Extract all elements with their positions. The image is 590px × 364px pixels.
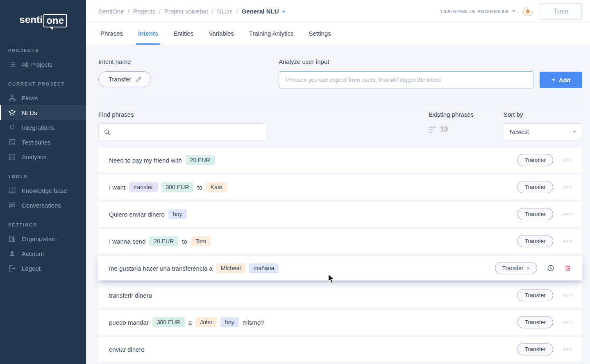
- search-input[interactable]: [114, 129, 261, 135]
- sidebar-item-all-projects[interactable]: All Projects: [0, 57, 86, 72]
- more-options-icon[interactable]: [563, 159, 572, 161]
- breadcrumb-separator: /: [159, 8, 161, 15]
- entity-tag-amount[interactable]: 20 EUR: [149, 236, 178, 246]
- analyze-user-input[interactable]: [279, 71, 533, 88]
- more-options-icon[interactable]: [563, 186, 572, 188]
- sidebar-item-integrations[interactable]: Integrations: [0, 120, 86, 135]
- graduation-cap-icon: [8, 109, 16, 117]
- tab-intents[interactable]: Intents: [136, 30, 160, 45]
- flows-icon: [8, 94, 16, 102]
- intent-chip-label: Transfer: [524, 292, 546, 298]
- sort-dropdown-value: Newest: [510, 129, 529, 135]
- intent-name-label: Intent name: [98, 58, 279, 65]
- phrase-row[interactable]: Need to pay my friend with20 EURTransfer: [98, 148, 582, 172]
- intent-chip[interactable]: Transfer: [517, 289, 553, 301]
- sidebar-item-analytics[interactable]: Analytics: [0, 149, 86, 164]
- intent-chip[interactable]: Transfer: [517, 208, 553, 220]
- entity-tag-date[interactable]: hoy: [168, 209, 187, 219]
- tab-phrases[interactable]: Phrases: [98, 30, 125, 45]
- entity-tag-amount[interactable]: 300 EUR: [152, 317, 185, 327]
- sidebar-item-label: Organization: [22, 235, 57, 242]
- sidebar-section: TOOLSKnowledge baseConversations: [0, 168, 86, 213]
- entity-tag-date[interactable]: mañana: [249, 263, 279, 273]
- sidebar-item-organization[interactable]: Organization: [0, 231, 86, 246]
- phrase-row[interactable]: me gustaria hacer una transferencia aMIc…: [98, 256, 582, 280]
- phrase-row-actions: Transfer: [517, 154, 572, 166]
- tabs-bar: PhrasesIntentsEntitiesVariablesTraining …: [86, 23, 590, 45]
- phrase-row[interactable]: Quiero enviar dinerohoyTransfer: [98, 202, 582, 226]
- intent-chip[interactable]: Transfer×: [495, 262, 537, 274]
- intent-chip[interactable]: Transfer: [517, 154, 553, 166]
- phrase-row[interactable]: enviar dineroTransfer: [98, 337, 582, 362]
- existing-phrases-count-row: 13: [429, 125, 490, 133]
- phrase-row[interactable]: transferir dineroTransfer: [98, 283, 582, 307]
- remove-intent-icon[interactable]: ×: [526, 265, 530, 271]
- edit-pencil-icon[interactable]: [135, 76, 142, 83]
- tab-settings[interactable]: Settings: [306, 30, 333, 45]
- intent-chip[interactable]: Transfer: [517, 235, 553, 247]
- sidebar-item-test-suites[interactable]: Test suites: [0, 135, 86, 149]
- entity-tag-person[interactable]: Tom: [191, 236, 211, 246]
- logo-text-senti: senti: [19, 14, 43, 25]
- sidebar-item-account[interactable]: Account: [0, 246, 86, 261]
- train-button[interactable]: Train: [540, 3, 582, 20]
- phrase-text: I wanna send20 EURtoTom: [109, 236, 211, 246]
- sidebar-item-logout[interactable]: Logout: [0, 261, 86, 276]
- sidebar-item-conversations[interactable]: Conversations: [0, 198, 86, 213]
- entity-tag-amount[interactable]: 300 EUR: [161, 182, 194, 192]
- more-options-icon[interactable]: [563, 240, 572, 242]
- tab-entities[interactable]: Entities: [171, 30, 195, 45]
- entity-tag-keyword[interactable]: transfer: [129, 182, 157, 192]
- intent-chip[interactable]: Transfer: [517, 181, 553, 193]
- phrase-segment: a: [188, 319, 192, 326]
- sidebar-section-title: PROJECTS: [0, 42, 86, 57]
- logo-speech-tail: [49, 27, 53, 30]
- intent-chip[interactable]: Transfer: [517, 343, 553, 355]
- breadcrumb-item[interactable]: General NLU: [242, 8, 285, 15]
- breadcrumb-separator: /: [128, 8, 129, 15]
- history-clock-icon[interactable]: [547, 265, 554, 272]
- entity-tag-person[interactable]: Kate: [206, 182, 227, 192]
- analyze-block: Analyze user input + Add: [279, 58, 582, 88]
- analyze-label: Analyze user input: [279, 58, 582, 65]
- phrase-text: Need to pay my friend with20 EUR: [109, 155, 215, 165]
- content: Intent name Transfer Analyze user input …: [86, 45, 590, 364]
- topbar-right: TRAINING IN PROGRESS Train: [440, 3, 582, 20]
- add-button-label: Add: [558, 77, 570, 84]
- sidebar-item-knowledge-base[interactable]: Knowledge base: [0, 183, 86, 198]
- sidebar-item-nlus[interactable]: NLUs: [0, 105, 86, 120]
- training-status[interactable]: TRAINING IN PROGRESS: [440, 9, 515, 14]
- tab-training-anlytics[interactable]: Training Anlytics: [247, 30, 296, 45]
- building-icon: [8, 235, 16, 243]
- entity-tag-person[interactable]: John: [195, 317, 217, 327]
- main-area: SentiOne/Projects/Project voicebot/NLUs/…: [86, 0, 590, 364]
- sidebar-item-flows[interactable]: Flows: [0, 90, 86, 105]
- more-options-icon[interactable]: [563, 213, 572, 215]
- phrase-row-actions: Transfer: [517, 208, 572, 220]
- phrase-row-actions: Transfer: [517, 316, 572, 328]
- more-options-icon[interactable]: [563, 294, 572, 296]
- phrase-row[interactable]: I wanna send20 EURtoTomTransfer: [98, 229, 582, 253]
- phrase-row-actions: Transfer: [517, 343, 572, 355]
- phrase-row[interactable]: puedo mandar300 EURaJohnhoymismo?Transfe…: [98, 310, 582, 335]
- entity-tag-amount[interactable]: 20 EUR: [186, 155, 215, 165]
- intent-name-pill[interactable]: Transfer: [98, 71, 151, 87]
- sort-dropdown[interactable]: Newest: [504, 123, 582, 140]
- sidebar-item-label: Analytics: [22, 154, 46, 161]
- entity-tag-person[interactable]: MIcheal: [216, 263, 245, 273]
- sidebar-section: SETTINGSOrganizationAccountLogout: [0, 217, 86, 276]
- breadcrumb-item[interactable]: SentiOne: [98, 8, 124, 15]
- delete-trash-icon[interactable]: [564, 265, 572, 272]
- more-options-icon[interactable]: [563, 348, 572, 350]
- breadcrumb-item[interactable]: NLUs: [217, 8, 233, 15]
- more-options-icon[interactable]: [563, 321, 572, 323]
- book-icon: [8, 187, 16, 194]
- entity-tag-date[interactable]: hoy: [220, 317, 239, 327]
- breadcrumb-item[interactable]: Project voicebot: [164, 8, 208, 15]
- add-button[interactable]: + Add: [540, 72, 582, 88]
- intent-chip[interactable]: Transfer: [517, 316, 553, 328]
- breadcrumb-item[interactable]: Projects: [133, 8, 155, 15]
- phrase-row[interactable]: I wanttransfer300 EURtoKateTransfer: [98, 175, 582, 199]
- tab-variables[interactable]: Variables: [206, 30, 236, 45]
- sidebar-section-title: CURRENT PROJECT: [0, 76, 86, 90]
